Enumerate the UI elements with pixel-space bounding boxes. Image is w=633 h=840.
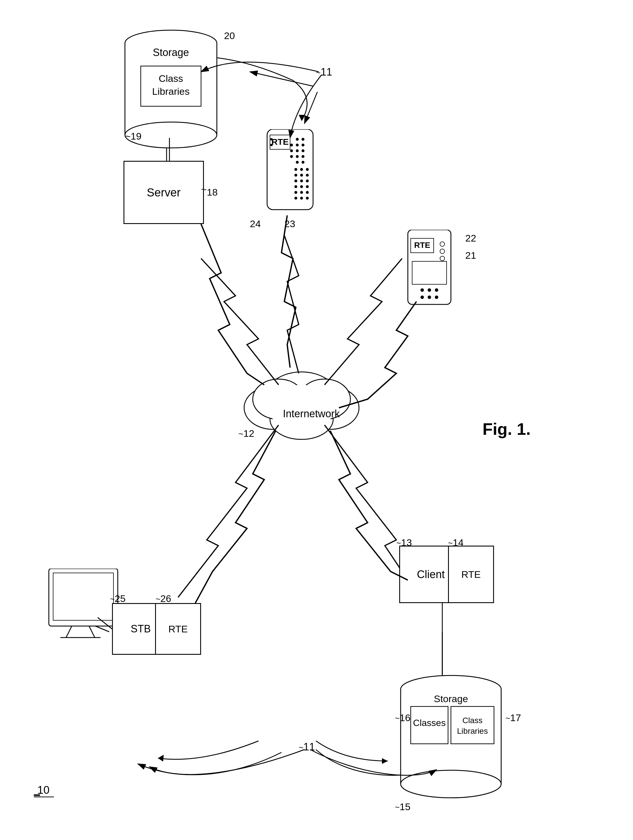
ref-26: ~26 [156, 593, 171, 604]
svg-text:RTE: RTE [272, 137, 289, 147]
svg-rect-84 [451, 706, 494, 744]
ref-12: ~12 [238, 428, 254, 439]
rte-stb-label: RTE [168, 624, 188, 635]
figure-label: Fig. 1. [483, 419, 531, 439]
rte-client-box: RTE [448, 546, 494, 603]
svg-point-31 [296, 138, 299, 141]
svg-line-17 [250, 72, 313, 86]
handheld-device: RTE [402, 230, 465, 316]
ref-11-lower: ~11 [299, 741, 315, 753]
svg-point-46 [294, 168, 297, 171]
ref-14: ~14 [448, 537, 464, 548]
svg-point-39 [296, 161, 299, 164]
tv-svg [43, 568, 123, 655]
svg-rect-70 [412, 261, 447, 284]
svg-point-75 [428, 295, 431, 299]
ref-19: ~19 [125, 131, 142, 142]
svg-text:Classes: Classes [413, 718, 446, 728]
ref-22: 22 [465, 233, 476, 244]
svg-point-38 [302, 155, 305, 158]
diagram: Server 18 ~ Class Libraries Storage 20 ~… [0, 0, 633, 840]
svg-point-74 [420, 295, 424, 299]
ref-18: 18 [207, 187, 218, 198]
ref-23: 23 [284, 218, 295, 229]
svg-point-72 [428, 288, 431, 292]
svg-point-76 [435, 295, 438, 299]
ref-11-upper: ~11 [316, 66, 332, 78]
ref-15: ~15 [395, 801, 410, 812]
ref-16: ~16 [395, 712, 410, 723]
ref-13: ~13 [396, 537, 412, 548]
svg-text:Storage: Storage [153, 47, 189, 58]
svg-point-53 [300, 180, 303, 182]
svg-point-51 [306, 174, 309, 177]
svg-text:Storage: Storage [434, 693, 468, 704]
ref-25: ~25 [110, 593, 126, 604]
svg-point-52 [294, 180, 297, 182]
svg-text:Libraries: Libraries [152, 86, 189, 97]
internetwork-label: Internetwork [283, 408, 340, 420]
remote-device-top: RTE [250, 129, 330, 215]
svg-point-43 [290, 155, 293, 158]
ref-10-underline: _ [34, 784, 40, 796]
ref-24: 24 [250, 218, 261, 229]
svg-point-57 [306, 185, 309, 188]
svg-point-41 [290, 144, 293, 147]
svg-point-58 [294, 191, 297, 194]
svg-point-44 [270, 138, 273, 141]
svg-marker-9 [382, 758, 388, 764]
svg-point-61 [294, 197, 297, 200]
svg-point-49 [294, 174, 297, 177]
svg-line-90 [66, 626, 72, 638]
svg-text:Class: Class [159, 73, 183, 84]
svg-point-62 [300, 197, 303, 200]
svg-point-33 [296, 144, 299, 147]
rte-stb-box: RTE [155, 603, 201, 655]
internetwork-cloud [244, 372, 359, 439]
svg-point-50 [300, 174, 303, 177]
svg-point-42 [290, 149, 293, 152]
ref-21: 21 [465, 250, 476, 261]
svg-point-71 [420, 288, 424, 292]
svg-line-16 [305, 92, 317, 123]
svg-point-54 [306, 180, 309, 182]
svg-marker-8 [299, 115, 305, 121]
svg-point-40 [302, 161, 305, 164]
storage-bottom-svg: Classes Class Libraries Storage [396, 675, 505, 807]
svg-text:Libraries: Libraries [457, 726, 488, 736]
svg-point-56 [300, 185, 303, 188]
svg-point-59 [300, 191, 303, 194]
svg-point-63 [306, 197, 309, 200]
svg-line-91 [89, 626, 95, 638]
rte-client-label: RTE [461, 569, 480, 580]
svg-rect-89 [53, 573, 114, 620]
svg-point-81 [401, 770, 501, 798]
svg-point-34 [302, 144, 305, 147]
svg-marker-10 [158, 755, 164, 762]
tilde-18: ~ [201, 184, 207, 195]
svg-point-45 [270, 144, 273, 146]
svg-point-55 [294, 185, 297, 188]
ref-17: ~17 [505, 712, 521, 723]
svg-point-35 [296, 149, 299, 152]
svg-text:RTE: RTE [414, 241, 430, 249]
server-label: Server [147, 186, 181, 199]
svg-point-73 [435, 288, 438, 292]
ref-20: 20 [224, 30, 235, 41]
svg-point-36 [302, 149, 305, 152]
stb-label: STB [131, 623, 151, 635]
client-label: Client [417, 568, 445, 581]
svg-point-37 [296, 155, 299, 158]
svg-text:Class: Class [463, 716, 483, 725]
svg-point-60 [306, 191, 309, 194]
svg-point-32 [302, 138, 305, 141]
server-box: Server [123, 161, 204, 224]
svg-point-48 [306, 168, 309, 171]
svg-point-47 [300, 168, 303, 171]
